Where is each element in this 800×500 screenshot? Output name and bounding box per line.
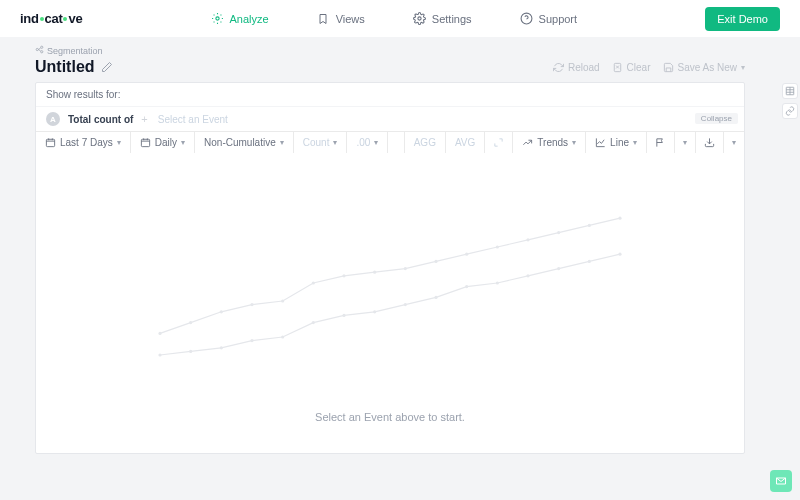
svg-point-36 [496, 281, 499, 284]
nav-label: Settings [432, 13, 472, 25]
nav-support[interactable]: Support [520, 12, 578, 25]
svg-point-33 [404, 303, 407, 306]
query-panel: Show results for: A Total count of + Sel… [35, 82, 745, 454]
svg-point-3 [36, 48, 38, 50]
svg-point-1 [418, 17, 421, 20]
chevron-down-icon: ▾ [683, 138, 687, 147]
svg-point-24 [618, 217, 621, 220]
show-results-label: Show results for: [36, 83, 744, 107]
action-label: Save As New [678, 62, 737, 73]
chevron-down-icon: ▾ [117, 138, 121, 147]
chart-area: Select an Event above to start. [36, 153, 744, 453]
analyze-icon [211, 12, 224, 25]
nav-settings[interactable]: Settings [413, 12, 472, 25]
avg-toggle[interactable]: AVG [446, 132, 485, 153]
svg-point-35 [465, 285, 468, 288]
svg-rect-8 [141, 139, 149, 146]
date-range-selector[interactable]: Last 7 Days ▾ [36, 132, 131, 153]
empty-state-message: Select an Event above to start. [315, 411, 465, 423]
exit-demo-button[interactable]: Exit Demo [705, 7, 780, 31]
nav-label: Analyze [230, 13, 269, 25]
ctrl-label: Daily [155, 137, 177, 148]
logo-text: ind [20, 11, 39, 26]
download-menu[interactable]: ▾ [724, 132, 744, 153]
action-label: Clear [627, 62, 651, 73]
help-icon [520, 12, 533, 25]
chevron-down-icon: ▾ [181, 138, 185, 147]
chart-placeholder [36, 163, 744, 403]
query-row: A Total count of + Select an Event Colla… [36, 107, 744, 131]
ctrl-label: Line [610, 137, 629, 148]
svg-point-40 [618, 253, 621, 256]
expand-icon[interactable] [485, 132, 513, 153]
topbar: indcatve Analyze Views Settings Support [0, 0, 800, 37]
svg-point-18 [434, 260, 437, 263]
trends-selector[interactable]: Trends ▾ [513, 132, 586, 153]
chart-type-selector[interactable]: Line ▾ [586, 132, 647, 153]
rail-table-icon[interactable] [782, 83, 798, 99]
collapse-button[interactable]: Collapse [695, 113, 738, 124]
svg-point-26 [189, 350, 192, 353]
chevron-down-icon: ▾ [572, 138, 576, 147]
agg-toggle[interactable]: AGG [405, 132, 446, 153]
metric-selector[interactable]: Count ▾ [294, 132, 348, 153]
logo-text: ve [68, 11, 82, 26]
brand-logo: indcatve [20, 11, 82, 26]
flag-button[interactable] [647, 132, 675, 153]
content-area: Segmentation Untitled Reload Clear [0, 37, 800, 500]
pencil-icon[interactable] [101, 61, 113, 73]
nav-views[interactable]: Views [317, 12, 365, 25]
svg-point-17 [404, 267, 407, 270]
svg-point-30 [312, 321, 315, 324]
ctrl-label: Count [303, 137, 330, 148]
breadcrumb[interactable]: Segmentation [35, 45, 745, 56]
main-nav: Analyze Views Settings Support [82, 12, 705, 25]
svg-point-15 [342, 274, 345, 277]
save-as-new-button[interactable]: Save As New ▾ [663, 62, 745, 73]
svg-point-11 [220, 310, 223, 313]
svg-point-16 [373, 271, 376, 274]
gear-icon [413, 12, 426, 25]
ctrl-label: Trends [537, 137, 568, 148]
chevron-down-icon: ▾ [732, 138, 736, 147]
svg-point-38 [557, 267, 560, 270]
rail-link-icon[interactable] [782, 103, 798, 119]
nav-label: Views [336, 13, 365, 25]
chevron-down-icon: ▾ [741, 63, 745, 72]
svg-point-19 [465, 253, 468, 256]
nav-analyze[interactable]: Analyze [211, 12, 269, 25]
svg-point-20 [496, 245, 499, 248]
svg-point-12 [250, 303, 253, 306]
flag-menu[interactable]: ▾ [675, 132, 696, 153]
ctrl-label: Last 7 Days [60, 137, 113, 148]
help-fab[interactable] [770, 470, 792, 492]
ctrl-label: .00 [356, 137, 370, 148]
svg-point-10 [189, 321, 192, 324]
svg-point-32 [373, 310, 376, 313]
calendar-icon [140, 137, 151, 148]
svg-point-37 [526, 274, 529, 277]
clear-button[interactable]: Clear [612, 62, 651, 73]
controls-bar: Last 7 Days ▾ Daily ▾ Non-Cumulative ▾ C… [36, 131, 744, 153]
svg-point-29 [281, 335, 284, 338]
svg-rect-7 [46, 139, 54, 146]
page-title: Untitled [35, 58, 95, 76]
plus-icon[interactable]: + [141, 113, 147, 125]
action-label: Reload [568, 62, 600, 73]
event-select-placeholder[interactable]: Select an Event [158, 114, 228, 125]
download-button[interactable] [696, 132, 724, 153]
decimals-selector[interactable]: .00 ▾ [347, 132, 388, 153]
granularity-selector[interactable]: Daily ▾ [131, 132, 195, 153]
svg-point-0 [215, 17, 218, 20]
chevron-down-icon: ▾ [333, 138, 337, 147]
svg-point-23 [588, 224, 591, 227]
cumulative-selector[interactable]: Non-Cumulative ▾ [195, 132, 294, 153]
line-chart-icon [595, 137, 606, 148]
svg-point-25 [158, 353, 161, 356]
svg-point-5 [41, 51, 43, 53]
breadcrumb-label: Segmentation [47, 46, 103, 56]
reload-button[interactable]: Reload [553, 62, 600, 73]
chevron-down-icon: ▾ [374, 138, 378, 147]
segmentation-icon [35, 45, 44, 56]
svg-point-13 [281, 299, 284, 302]
